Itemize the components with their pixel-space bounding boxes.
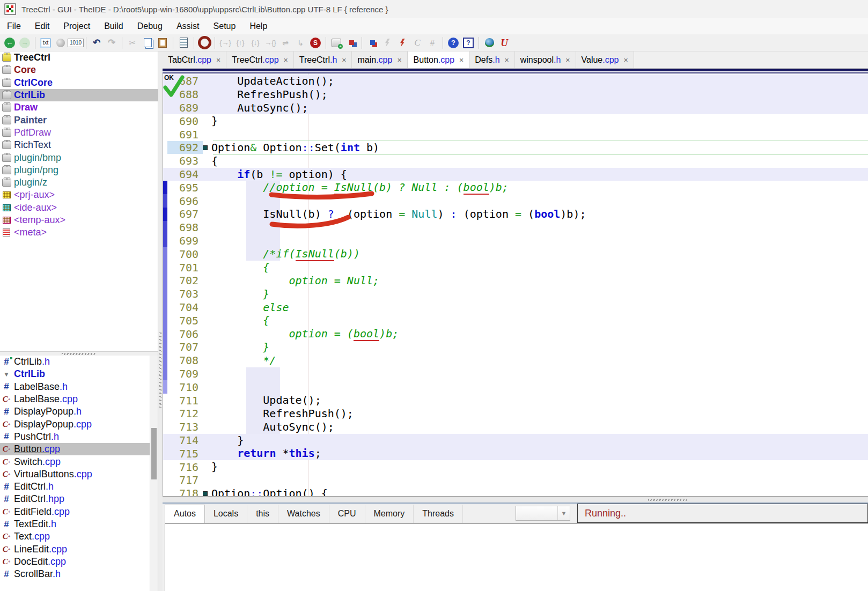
bracket-prev-icon[interactable]: {→} xyxy=(218,36,232,50)
close-icon[interactable]: × xyxy=(624,56,628,64)
menu-project[interactable]: Project xyxy=(56,18,97,34)
menu-edit[interactable]: Edit xyxy=(28,18,57,34)
code-line-690[interactable]: 690} xyxy=(163,114,868,128)
debug-content-pane[interactable] xyxy=(165,523,868,591)
file-list-scrollbar[interactable] xyxy=(150,356,158,591)
package-item-CtrlCore[interactable]: CtrlCore xyxy=(0,77,158,89)
package-tree[interactable]: TreeCtrlCoreCtrlCoreCtrlLibDrawPainterPd… xyxy=(0,51,158,351)
file-item-ScrollBar-h[interactable]: #ScrollBar.h xyxy=(0,568,158,580)
code-line-717[interactable]: 717 xyxy=(163,474,868,487)
file-item-EditField-cpp[interactable]: C+EditField.cpp xyxy=(0,506,158,518)
package-item-PdfDraw[interactable]: PdfDraw xyxy=(0,127,158,139)
code-line-709[interactable]: 709 xyxy=(163,367,868,381)
menu-build[interactable]: Build xyxy=(97,18,130,34)
tab-Button-cpp[interactable]: Button.cpp× xyxy=(408,51,470,68)
tab-Defs-h[interactable]: Defs.h× xyxy=(469,51,514,68)
tab-Value-cpp[interactable]: Value.cpp× xyxy=(576,51,634,68)
undo-icon[interactable]: ↶ xyxy=(90,36,104,50)
c-lang-icon[interactable]: C xyxy=(410,36,424,50)
cut-icon[interactable]: ✂ xyxy=(126,36,139,50)
code-line-699[interactable]: 699 xyxy=(163,234,868,248)
nav-forward-icon[interactable]: → xyxy=(18,36,32,50)
package-item-TreeCtrl[interactable]: TreeCtrl xyxy=(0,51,158,64)
package-item-meta[interactable]: <meta> xyxy=(0,226,158,239)
flow-icon[interactable]: ⇌ xyxy=(278,36,292,50)
code-line-712[interactable]: 712 RefreshPush(); xyxy=(163,407,868,420)
debug-icon[interactable] xyxy=(395,36,409,50)
code-line-698[interactable]: 698 xyxy=(163,221,868,234)
nav-back-icon[interactable]: ← xyxy=(3,36,17,50)
function-marker-icon[interactable] xyxy=(203,145,208,150)
close-icon[interactable]: × xyxy=(216,56,220,64)
tab-TreeCtrl-h[interactable]: TreeCtrl.h× xyxy=(294,51,352,68)
menu-setup[interactable]: Setup xyxy=(207,18,243,34)
close-icon[interactable]: × xyxy=(342,56,346,64)
code-line-706[interactable]: 706 option = (bool)b; xyxy=(163,327,868,341)
debug-tab-autos[interactable]: Autos xyxy=(165,505,205,523)
file-item-CtrlLib-h[interactable]: #CtrlLib.h xyxy=(0,356,158,368)
build-icon[interactable] xyxy=(380,36,394,50)
package-item-pluginbmp[interactable]: plugin/bmp xyxy=(0,151,158,164)
package-item-pluginz[interactable]: plugin/z xyxy=(0,176,158,189)
package-item-Painter[interactable]: Painter xyxy=(0,114,158,126)
code-line-702[interactable]: 702 option = Null; xyxy=(163,274,868,287)
tab-TabCtrl-cpp[interactable]: TabCtrl.cpp× xyxy=(163,51,226,68)
package-item-Draw[interactable]: Draw xyxy=(0,101,158,114)
package-item-RichText[interactable]: RichText xyxy=(0,139,158,151)
debug-tab-this[interactable]: this xyxy=(247,505,278,523)
code-line-691[interactable]: 691 xyxy=(163,128,868,141)
menu-assist[interactable]: Assist xyxy=(170,18,207,34)
close-icon[interactable]: × xyxy=(459,56,464,64)
package-item-Core[interactable]: Core xyxy=(0,64,158,76)
code-line-694[interactable]: 694 if(b != option) { xyxy=(163,168,868,181)
bracket-down-icon[interactable]: {↓} xyxy=(248,36,262,50)
upp-icon[interactable]: U xyxy=(497,36,511,50)
file-item-DocEdit-cpp[interactable]: C+DocEdit.cpp xyxy=(0,556,158,568)
code-line-695[interactable]: 695 //option = IsNull(b) ? Null : (bool)… xyxy=(163,181,868,194)
scrollbar-thumb[interactable] xyxy=(151,428,157,479)
code-line-714[interactable]: 714 } xyxy=(163,434,868,447)
file-item-LineEdit-cpp[interactable]: C+LineEdit.cpp xyxy=(0,543,158,555)
debug-tab-locals[interactable]: Locals xyxy=(205,505,247,523)
file-item-DisplayPopup-h[interactable]: #DisplayPopup.h xyxy=(0,405,158,418)
code-line-703[interactable]: 703 } xyxy=(163,287,868,301)
code-line-710[interactable]: 710 xyxy=(163,380,868,394)
debug-tab-memory[interactable]: Memory xyxy=(365,505,414,523)
package-organizer-icon[interactable] xyxy=(344,36,358,50)
stop-icon[interactable] xyxy=(197,36,211,50)
package-add-icon[interactable]: + xyxy=(329,36,343,50)
bracket-up-icon[interactable]: {↑} xyxy=(233,36,247,50)
file-item-VirtualButtons-cpp[interactable]: C+VirtualButtons.cpp xyxy=(0,468,158,481)
menu-debug[interactable]: Debug xyxy=(130,18,170,34)
function-marker-icon[interactable] xyxy=(203,491,208,496)
code-line-700[interactable]: 700 /*if(IsNull(b)) xyxy=(163,247,868,261)
close-icon[interactable]: × xyxy=(397,56,401,64)
code-line-704[interactable]: 704 else xyxy=(163,301,868,314)
tab-main-cpp[interactable]: main.cpp× xyxy=(352,51,407,68)
code-line-716[interactable]: 716} xyxy=(163,460,868,474)
debug-tab-threads[interactable]: Threads xyxy=(414,505,463,523)
file-item-LabelBase-cpp[interactable]: C+LabelBase.cpp xyxy=(0,393,158,405)
debug-expression-combo[interactable]: ▼ xyxy=(516,506,570,521)
menu-help[interactable]: Help xyxy=(242,18,274,34)
package-item-pluginpng[interactable]: plugin/png xyxy=(0,164,158,176)
code-line-713[interactable]: 713 AutoSync(); xyxy=(163,420,868,434)
file-item-LabelBase-h[interactable]: #LabelBase.h xyxy=(0,381,158,393)
package-item-temp-aux[interactable]: <temp-aux> xyxy=(0,214,158,226)
document-icon[interactable] xyxy=(176,36,190,50)
help-icon[interactable]: ? xyxy=(446,36,460,50)
code-line-697[interactable]: 697 IsNull(b) ? (option = Null) : (optio… xyxy=(163,208,868,221)
code-line-692[interactable]: 692Option& Option::Set(int b) xyxy=(163,141,868,154)
file-item-CtrlLib[interactable]: ▼CtrlLib xyxy=(0,368,158,380)
code-line-696[interactable]: 696 xyxy=(163,194,868,208)
context-help-icon[interactable]: ? xyxy=(461,36,475,50)
code-editor[interactable]: 687 UpdateAction();688 RefreshPush();689… xyxy=(163,73,868,496)
preprocess-icon[interactable]: # xyxy=(425,36,439,50)
package-item-prj-aux[interactable]: <prj-aux> xyxy=(0,189,158,201)
code-line-705[interactable]: 705 { xyxy=(163,314,868,327)
code-line-693[interactable]: 693{ xyxy=(163,154,868,168)
file-item-TextEdit-h[interactable]: #TextEdit.h xyxy=(0,518,158,530)
debug-tab-cpu[interactable]: CPU xyxy=(329,505,365,523)
file-item-PushCtrl-h[interactable]: #PushCtrl.h xyxy=(0,431,158,443)
package-item-CtrlLib[interactable]: CtrlLib xyxy=(0,89,158,101)
